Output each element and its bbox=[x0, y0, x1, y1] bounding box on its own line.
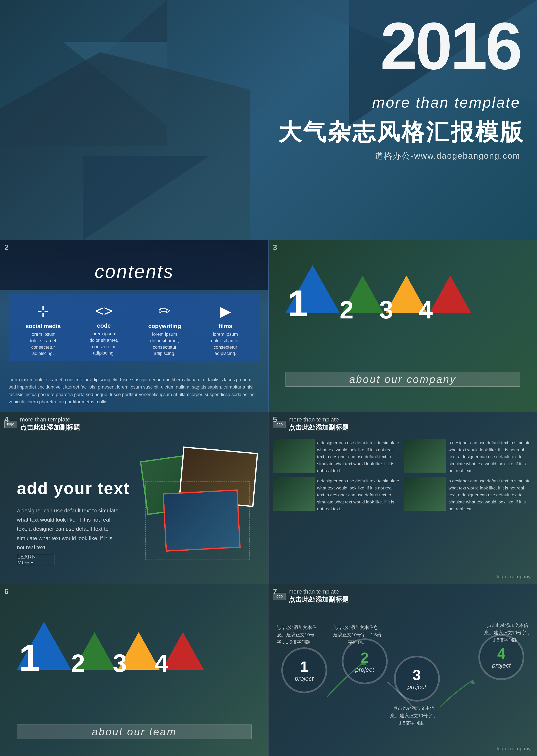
slide6-triangles bbox=[17, 622, 204, 670]
slide2-copy-text: lorem ipsumdolor sit amet,consecteturadi… bbox=[150, 332, 179, 356]
slide5-header: logo more than template 点击此处添加副标题 bbox=[273, 416, 349, 432]
slide7-circle2-num: 2 bbox=[360, 650, 369, 666]
slide7-text4: 点击此处添加文本信息。建议正文10号字，1.5倍字间距。 bbox=[482, 622, 533, 644]
slide5-cell-4: a designer can use default text to simul… bbox=[404, 477, 533, 512]
slide6-num3: 3 bbox=[113, 649, 127, 678]
slide5-thumb-2 bbox=[404, 439, 446, 473]
pencil-icon: ✏ bbox=[142, 303, 187, 320]
slide7-circle4-label: project bbox=[492, 662, 511, 669]
slide7-circle4-num: 4 bbox=[497, 645, 506, 662]
slide5-header-title: 点击此处添加副标题 bbox=[289, 423, 349, 432]
slide2-icon-films: ▶ films lorem ipsumdolor sit amet,consec… bbox=[202, 303, 248, 357]
slide3-triangles bbox=[285, 265, 471, 313]
slide5-header-subtitle: more than template bbox=[289, 416, 349, 423]
slide5-cell-1: a designer can use default text to simul… bbox=[273, 439, 401, 474]
slide5-cell-2: a designer can use default text to simul… bbox=[404, 439, 533, 474]
slide4: 4 logo more than template 点击此处添加副标题 add … bbox=[0, 412, 268, 584]
slide4-photo-area bbox=[118, 450, 260, 579]
slide2-films-label: films bbox=[202, 323, 248, 329]
slide5-footer: logo | company bbox=[497, 574, 530, 579]
slide2-code-label: code bbox=[81, 322, 127, 329]
slide2-icon-code: <> code lorem ipsumdolor sit amet,consec… bbox=[81, 303, 127, 357]
slide6: 6 1 2 3 4 about our team bbox=[0, 584, 268, 756]
slide2-title: contents bbox=[0, 261, 268, 282]
slide1-subtitle: more than template bbox=[372, 94, 520, 111]
slide7-header: logo more than template 点击此处添加副标题 bbox=[273, 588, 349, 604]
slide7-circle1-num: 1 bbox=[300, 658, 308, 675]
slide3-num3: 3 bbox=[379, 295, 393, 324]
slide2-films-text: lorem ipsumdolor sit amet,consecteturadi… bbox=[211, 332, 240, 356]
triangle-overlay2 bbox=[83, 156, 209, 240]
slide2-copy-label: copywriting bbox=[142, 323, 187, 329]
slide7-footer: logo | company bbox=[497, 746, 530, 752]
slide7-header-subtitle: more than template bbox=[289, 588, 349, 595]
slide5-thumb-3 bbox=[273, 477, 315, 511]
slide7-projects-area: 1 project 点击此处添加文本信息。建议正文10号字，1.5倍字间距。 2… bbox=[269, 617, 537, 739]
slide4-logo: logo bbox=[4, 421, 17, 428]
slide4-main-text: add your text bbox=[17, 479, 130, 498]
slide4-description: a designer can use default text to simul… bbox=[17, 506, 121, 552]
slide3-label: about our company bbox=[349, 373, 456, 385]
slide5-text-3: a designer can use default text to simul… bbox=[317, 477, 401, 512]
slide7-logo: logo bbox=[273, 593, 285, 600]
slide5-thumb-1 bbox=[273, 439, 315, 473]
slide2-social-text: lorem ipsumdolor sit amet,consecteturadi… bbox=[29, 332, 58, 356]
slide3-num1: 1 bbox=[288, 282, 309, 325]
slide5-text-1: a designer can use default text to simul… bbox=[317, 439, 401, 474]
slide2: 2 contents ⊹ social media lorem ipsumdol… bbox=[0, 240, 268, 412]
slide6-num4: 4 bbox=[154, 649, 169, 678]
svg-marker-2 bbox=[470, 680, 475, 684]
slide5-text-4: a designer can use default text to simul… bbox=[449, 477, 533, 512]
slide2-paragraph: lorem ipsum dolor sit amet, consectetur … bbox=[9, 376, 260, 405]
slide2-social-label: social media bbox=[20, 323, 66, 329]
slide7-header-texts: more than template 点击此处添加副标题 bbox=[289, 588, 349, 604]
slide4-header-title: 点击此处添加副标题 bbox=[20, 423, 80, 432]
slide6-label-bar: about our team bbox=[17, 725, 252, 739]
slides-grid: 2 contents ⊹ social media lorem ipsumdol… bbox=[0, 240, 537, 756]
social-media-icon: ⊹ bbox=[20, 303, 66, 320]
slide1: 2016 more than template 大气杂志风格汇报模版 道格办公-… bbox=[0, 0, 537, 240]
slide7-project1: 1 project bbox=[281, 647, 327, 693]
slide7-circle2-label: project bbox=[355, 666, 374, 673]
slide2-number: 2 bbox=[4, 243, 9, 252]
slide5-thumb-4 bbox=[404, 477, 446, 511]
slide7-text1: 点击此处添加文本信息。建议正文10号字，1.5倍字间距。 bbox=[273, 624, 319, 646]
slide6-num1: 1 bbox=[19, 636, 40, 680]
slide7-circle3: 3 project bbox=[394, 656, 440, 701]
slide4-learn-more-button[interactable]: LEARN MORE bbox=[17, 554, 55, 566]
slide1-title-cn: 大气杂志风格汇报模版 bbox=[278, 117, 524, 148]
slide7-header-title: 点击此处添加副标题 bbox=[289, 595, 349, 604]
slide4-header: logo more than template 点击此处添加副标题 bbox=[4, 416, 80, 432]
slide7-text3-content: 点击此处添加文本信息。建议正文10号字，1.5倍字间距。 bbox=[390, 704, 438, 727]
slide2-code-text: lorem ipsumdolor sit amet,consecteturadi… bbox=[90, 331, 118, 356]
slide2-icons-row: ⊹ social media lorem ipsumdolor sit amet… bbox=[9, 294, 260, 361]
triangle-red bbox=[430, 275, 471, 313]
slide2-icon-copywriting: ✏ copywriting lorem ipsumdolor sit amet,… bbox=[142, 303, 187, 357]
slide5-grid: a designer can use default text to simul… bbox=[273, 439, 533, 512]
slide7-text2-content: 点击此处添加文本信息。建议正文10号字，1.5倍字间距。 bbox=[331, 624, 384, 646]
slide5-text-2: a designer can use default text to simul… bbox=[449, 439, 533, 474]
slide6-num2: 2 bbox=[71, 649, 85, 678]
code-icon: <> bbox=[81, 303, 127, 319]
slide7-circle3-label: project bbox=[407, 684, 426, 691]
slide5: 5 logo more than template 点击此处添加副标题 a de… bbox=[268, 412, 537, 584]
slide7-project3: 3 project bbox=[394, 656, 440, 701]
slide1-url: 道格办公-www.daogebangong.com bbox=[375, 150, 520, 162]
slide6-number: 6 bbox=[4, 587, 9, 596]
slide3-label-bar: about our company bbox=[285, 372, 520, 387]
slide3: 3 1 2 3 4 about our company bbox=[268, 240, 537, 412]
slide7-text3: 点击此处添加文本信息。建议正文10号字，1.5倍字间距。 bbox=[390, 704, 438, 727]
slide5-logo: logo bbox=[273, 421, 285, 428]
slide1-year: 2016 bbox=[380, 13, 520, 79]
slide7-text4-content: 点击此处添加文本信息。建议正文10号字，1.5倍字间距。 bbox=[482, 622, 533, 644]
slide7: 7 logo more than template 点击此处添加副标题 1 pr… bbox=[268, 584, 537, 756]
slide4-header-subtitle: more than template bbox=[20, 416, 80, 423]
slide7-circle3-num: 3 bbox=[413, 667, 421, 684]
slide7-text2: 点击此处添加文本信息。建议正文10号字，1.5倍字间距。 bbox=[331, 624, 384, 646]
slide7-circle1: 1 project bbox=[281, 647, 327, 693]
slide3-num4: 4 bbox=[419, 295, 433, 324]
slide4-header-texts: more than template 点击此处添加副标题 bbox=[20, 416, 80, 432]
slide5-cell-3: a designer can use default text to simul… bbox=[273, 477, 401, 512]
slide4-photo3 bbox=[162, 489, 240, 552]
film-icon: ▶ bbox=[202, 303, 248, 320]
